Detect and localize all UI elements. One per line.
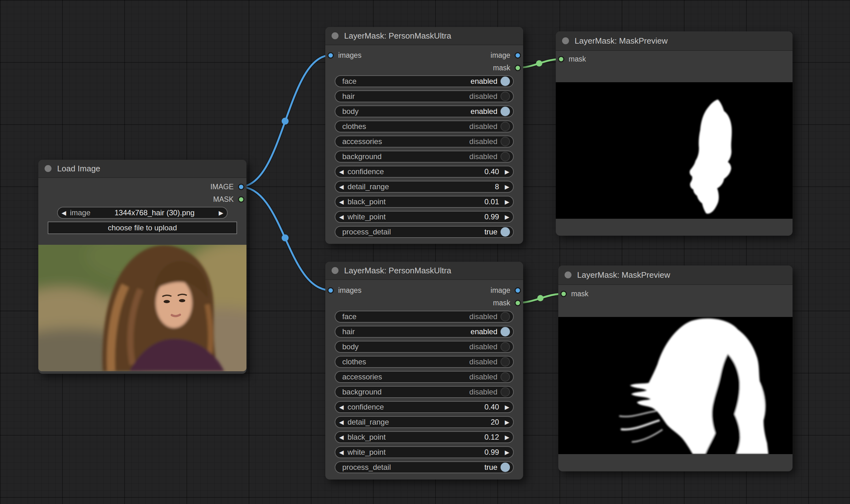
decrement-arrow-icon[interactable]: ◀	[339, 419, 344, 425]
node-graph-canvas[interactable]: Load Image IMAGE MASK ◀ image 1344x768_h…	[0, 0, 850, 504]
image-file-combo[interactable]: ◀ image 1344x768_hair (30).png ▶	[57, 207, 228, 219]
increment-arrow-icon[interactable]: ▶	[504, 449, 509, 455]
node-maskpreview-bottom[interactable]: LayerMask: MaskPreview mask	[558, 266, 793, 471]
toggle-off-icon[interactable]	[500, 122, 510, 131]
increment-arrow-icon[interactable]: ▶	[504, 169, 509, 175]
combo-value[interactable]: 1344x768_hair (30).png	[90, 209, 218, 217]
increment-arrow-icon[interactable]: ▶	[504, 404, 509, 410]
image-port-icon[interactable]	[515, 52, 521, 58]
widget-face[interactable]: faceenabled	[335, 75, 514, 87]
wire-mask-to-top-preview[interactable]	[516, 59, 562, 68]
increment-arrow-icon[interactable]: ▶	[504, 184, 509, 190]
widget-value[interactable]: 0.12	[484, 433, 499, 442]
toggle-off-icon[interactable]	[500, 312, 510, 321]
decrement-arrow-icon[interactable]: ◀	[339, 214, 344, 220]
increment-arrow-icon[interactable]: ▶	[504, 199, 509, 205]
collapse-dot-icon[interactable]	[332, 267, 338, 274]
choose-file-button[interactable]: choose file to upload	[48, 221, 237, 234]
toggle-off-icon[interactable]	[500, 387, 510, 397]
widget-confidence[interactable]: ◀confidence0.40▶	[335, 166, 514, 178]
widget-background[interactable]: backgrounddisabled	[335, 386, 514, 398]
decrement-arrow-icon[interactable]: ◀	[339, 199, 344, 205]
widget-body[interactable]: bodyenabled	[335, 105, 514, 118]
widget-detail_range[interactable]: ◀detail_range20▶	[335, 416, 514, 428]
node-personmaskultra-top[interactable]: LayerMask: PersonMaskUltra images image …	[325, 27, 523, 244]
widget-value[interactable]: 8	[495, 182, 499, 191]
toggle-on-icon[interactable]	[500, 227, 510, 237]
toggle-off-icon[interactable]	[500, 342, 510, 352]
wire-image-to-top-personmask[interactable]	[240, 55, 331, 187]
output-port-mask[interactable]: mask	[493, 299, 521, 307]
mask-port-icon[interactable]	[515, 300, 521, 306]
node-header[interactable]: LayerMask: MaskPreview	[556, 31, 793, 51]
input-port-mask[interactable]: mask	[558, 55, 586, 64]
decrement-arrow-icon[interactable]: ◀	[339, 449, 344, 455]
output-port-image[interactable]: image	[491, 286, 521, 295]
images-port-icon[interactable]	[327, 52, 334, 58]
toggle-off-icon[interactable]	[500, 137, 510, 146]
toggle-off-icon[interactable]	[500, 92, 510, 101]
increment-arrow-icon[interactable]: ▶	[504, 434, 509, 440]
widget-value[interactable]: 0.99	[484, 448, 499, 456]
input-port-images[interactable]: images	[327, 286, 361, 295]
output-port-mask[interactable]: mask	[493, 64, 521, 72]
output-port-mask[interactable]: MASK	[213, 195, 244, 204]
node-personmaskultra-bottom[interactable]: LayerMask: PersonMaskUltra images image …	[325, 262, 523, 480]
node-header[interactable]: Load Image	[38, 160, 247, 178]
input-port-mask[interactable]: mask	[561, 290, 588, 298]
toggle-off-icon[interactable]	[500, 372, 510, 382]
images-port-icon[interactable]	[327, 287, 334, 293]
decrement-arrow-icon[interactable]: ◀	[339, 434, 344, 440]
input-port-images[interactable]: images	[327, 51, 361, 60]
toggle-off-icon[interactable]	[500, 152, 510, 161]
widget-value[interactable]: 0.40	[484, 403, 499, 411]
decrement-arrow-icon[interactable]: ◀	[339, 169, 344, 175]
widget-accessories[interactable]: accessoriesdisabled	[335, 136, 514, 147]
widget-hair[interactable]: hairenabled	[335, 326, 514, 338]
widget-background[interactable]: backgrounddisabled	[335, 151, 514, 163]
node-maskpreview-top[interactable]: LayerMask: MaskPreview mask	[556, 31, 793, 236]
mask-port-icon[interactable]	[561, 291, 567, 297]
output-port-image[interactable]: image	[491, 51, 521, 60]
node-load-image[interactable]: Load Image IMAGE MASK ◀ image 1344x768_h…	[38, 160, 247, 374]
output-port-image[interactable]: IMAGE	[210, 183, 244, 191]
widget-black_point[interactable]: ◀black_point0.12▶	[335, 431, 514, 443]
mask-port-icon[interactable]	[515, 65, 521, 71]
widget-hair[interactable]: hairdisabled	[335, 90, 514, 102]
toggle-on-icon[interactable]	[500, 76, 510, 86]
widget-confidence[interactable]: ◀confidence0.40▶	[335, 401, 514, 413]
increment-arrow-icon[interactable]: ▶	[504, 214, 509, 220]
widget-accessories[interactable]: accessoriesdisabled	[335, 371, 514, 383]
widget-value[interactable]: 0.01	[484, 197, 499, 206]
toggle-on-icon[interactable]	[500, 327, 510, 337]
wire-mask-to-bottom-preview[interactable]	[516, 294, 564, 303]
collapse-dot-icon[interactable]	[332, 32, 338, 39]
widget-clothes[interactable]: clothesdisabled	[335, 121, 514, 132]
widget-black_point[interactable]: ◀black_point0.01▶	[335, 196, 514, 208]
widget-clothes[interactable]: clothesdisabled	[335, 356, 514, 368]
widget-face[interactable]: facedisabled	[335, 311, 514, 323]
prev-arrow-icon[interactable]: ◀	[61, 210, 66, 216]
widget-white_point[interactable]: ◀white_point0.99▶	[335, 446, 514, 458]
toggle-off-icon[interactable]	[500, 357, 510, 366]
widget-detail_range[interactable]: ◀detail_range8▶	[335, 181, 514, 193]
decrement-arrow-icon[interactable]: ◀	[339, 404, 344, 410]
next-arrow-icon[interactable]: ▶	[218, 210, 223, 216]
increment-arrow-icon[interactable]: ▶	[504, 419, 509, 425]
collapse-dot-icon[interactable]	[565, 271, 571, 278]
mask-port-icon[interactable]	[558, 56, 564, 62]
decrement-arrow-icon[interactable]: ◀	[339, 184, 344, 190]
toggle-on-icon[interactable]	[500, 107, 510, 116]
mask-port-icon[interactable]	[238, 196, 244, 202]
widget-value[interactable]: 0.40	[484, 167, 499, 176]
widget-body[interactable]: bodydisabled	[335, 341, 514, 353]
collapse-dot-icon[interactable]	[562, 37, 569, 44]
widget-white_point[interactable]: ◀white_point0.99▶	[335, 211, 514, 223]
image-port-icon[interactable]	[515, 287, 521, 293]
widget-value[interactable]: 20	[491, 418, 499, 427]
widget-value[interactable]: 0.99	[484, 213, 499, 221]
toggle-on-icon[interactable]	[500, 463, 510, 472]
node-header[interactable]: LayerMask: PersonMaskUltra	[325, 262, 523, 280]
wire-image-to-bottom-personmask[interactable]	[240, 187, 331, 290]
image-port-icon[interactable]	[238, 184, 244, 190]
